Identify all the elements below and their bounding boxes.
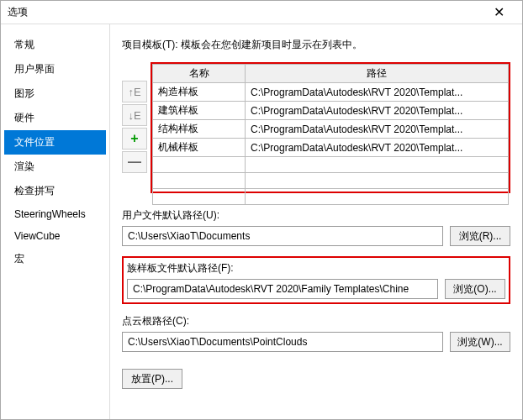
templates-table-wrap: 名称 路径 构造样板 C:\ProgramData\Autodesk\RVT 2… [151,62,510,193]
content-panel: 项目模板(T): 模板会在您创建新项目时显示在列表中。 ↑E ↓E + — 名称… [110,24,522,419]
cell-path[interactable]: C:\ProgramData\Autodesk\RVT 2020\Templat… [246,83,509,102]
table-buttons: ↑E ↓E + — [122,62,151,193]
cell-path[interactable]: C:\ProgramData\Autodesk\RVT 2020\Templat… [246,139,509,157]
sidebar-item-steeringwheels[interactable]: SteeringWheels [4,203,106,225]
close-icon[interactable]: ✕ [482,1,515,24]
sidebar-item-viewcube[interactable]: ViewCube [4,225,106,247]
browse-user-button[interactable]: 浏览(R)... [450,226,510,246]
dialog-body: 常规 用户界面 图形 硬件 文件位置 渲染 检查拼写 SteeringWheel… [1,24,522,419]
cell-name[interactable]: 建筑样板 [153,102,246,120]
user-path-group: 用户文件默认路径(U): 浏览(R)... [122,208,510,246]
cell-name[interactable]: 结构样板 [153,120,246,139]
move-up-button[interactable]: ↑E [122,81,147,102]
browse-pointcloud-button[interactable]: 浏览(W)... [450,332,510,352]
table-row[interactable]: 构造样板 C:\ProgramData\Autodesk\RVT 2020\Te… [153,83,509,102]
family-path-input[interactable] [127,279,438,299]
sidebar-item-render[interactable]: 渲染 [4,155,106,179]
window-title: 选项 [8,5,482,19]
cell-path[interactable]: C:\ProgramData\Autodesk\RVT 2020\Templat… [246,120,509,139]
pointcloud-path-input[interactable] [122,332,443,352]
move-down-button[interactable]: ↓E [122,104,147,126]
add-button[interactable]: + [122,128,147,150]
table-row[interactable]: 建筑样板 C:\ProgramData\Autodesk\RVT 2020\Te… [153,102,509,120]
table-row[interactable] [153,173,509,189]
sidebar-item-general[interactable]: 常规 [4,33,106,57]
sidebar-item-macros[interactable]: 宏 [4,247,106,271]
col-path[interactable]: 路径 [246,65,509,83]
table-row[interactable] [153,157,509,173]
family-path-label: 族样板文件默认路径(F): [127,261,505,276]
cell-path[interactable]: C:\ProgramData\Autodesk\RVT 2020\Templat… [246,102,509,120]
family-path-group: 族样板文件默认路径(F): 浏览(O)... [122,256,510,304]
remove-button[interactable]: — [122,151,147,173]
table-row[interactable]: 结构样板 C:\ProgramData\Autodesk\RVT 2020\Te… [153,120,509,139]
col-name[interactable]: 名称 [153,65,246,83]
sidebar-item-file-locations[interactable]: 文件位置 [4,130,106,155]
sidebar-item-hardware[interactable]: 硬件 [4,106,106,130]
place-button[interactable]: 放置(P)... [122,369,182,389]
sidebar-item-spellcheck[interactable]: 检查拼写 [4,179,106,203]
user-path-label: 用户文件默认路径(U): [122,208,510,223]
browse-family-button[interactable]: 浏览(O)... [445,279,505,299]
pointcloud-path-label: 点云根路径(C): [122,314,510,328]
sidebar: 常规 用户界面 图形 硬件 文件位置 渲染 检查拼写 SteeringWheel… [1,24,110,419]
table-header-row: 名称 路径 [153,65,509,83]
table-row[interactable]: 机械样板 C:\ProgramData\Autodesk\RVT 2020\Te… [153,139,509,157]
pointcloud-path-group: 点云根路径(C): 浏览(W)... [122,314,510,352]
templates-table[interactable]: 名称 路径 构造样板 C:\ProgramData\Autodesk\RVT 2… [152,64,509,205]
templates-heading: 项目模板(T): 模板会在您创建新项目时显示在列表中。 [122,38,510,52]
options-dialog: 选项 ✕ 常规 用户界面 图形 硬件 文件位置 渲染 检查拼写 Steering… [0,0,523,420]
user-path-input[interactable] [122,226,443,246]
sidebar-item-ui[interactable]: 用户界面 [4,57,106,81]
cell-name[interactable]: 构造样板 [153,83,246,102]
cell-name[interactable]: 机械样板 [153,139,246,157]
table-row[interactable] [153,189,509,205]
templates-area: ↑E ↓E + — 名称 路径 [122,62,510,193]
titlebar: 选项 ✕ [1,1,522,24]
sidebar-item-graphics[interactable]: 图形 [4,81,106,106]
